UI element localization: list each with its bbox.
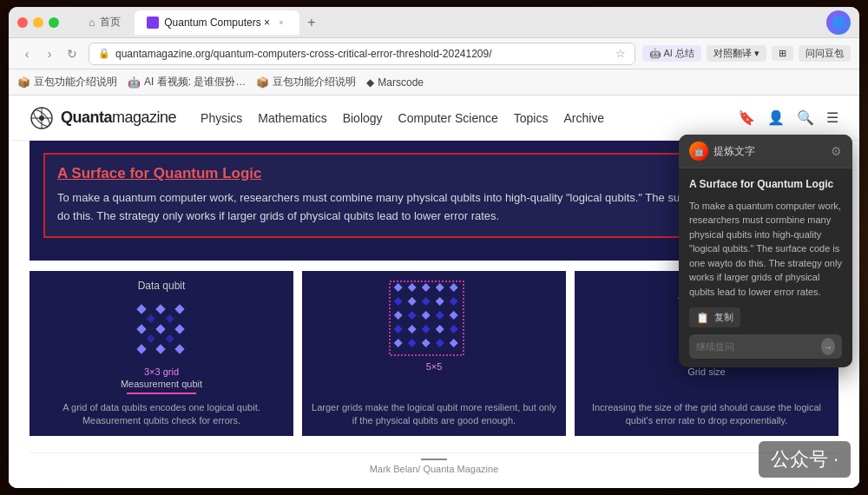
svg-rect-43 (450, 339, 458, 347)
close-button[interactable] (17, 17, 28, 28)
svg-rect-18 (166, 334, 174, 343)
svg-rect-40 (408, 339, 417, 347)
ai-panel-title: 提炼文字 (713, 144, 825, 159)
panel-3-caption: Increasing the size of the grid should c… (583, 394, 830, 428)
translate-button[interactable]: 对照翻译 ▾ (707, 45, 766, 62)
grid-3x3-label: 3×3 grid (144, 366, 179, 377)
tab-home[interactable]: ⌂ 首页 (76, 10, 133, 35)
logo-bold: Quanta (61, 109, 112, 126)
grid-button[interactable]: ⊞ (772, 46, 793, 61)
quanta-logo-icon (30, 106, 54, 130)
minimize-button[interactable] (33, 17, 43, 28)
svg-rect-15 (147, 314, 155, 323)
ai-input-area[interactable]: → (689, 334, 842, 359)
tab-quantum[interactable]: Quantum Computers × × (135, 10, 299, 35)
svg-rect-20 (408, 283, 417, 292)
ai-settings-icon[interactable]: ⚙ (831, 144, 842, 158)
search-icon-nav[interactable]: 🔍 (797, 109, 814, 126)
nav-computer-science[interactable]: Computer Science (398, 111, 498, 125)
bookmark-intro2[interactable]: 📦 豆包功能介绍说明 (256, 75, 356, 89)
ai-copy-button[interactable]: 📋 复制 (689, 307, 740, 327)
browser-avatar[interactable]: 🌐 (826, 10, 851, 35)
new-tab-button[interactable]: + (301, 12, 322, 33)
refresh-button[interactable]: ↻ (62, 44, 82, 63)
svg-rect-33 (450, 311, 458, 320)
diagram-panel-1: Data qubit (30, 271, 293, 437)
bookmark-icon-2: 🤖 (128, 76, 141, 89)
tab-active-label: Quantum Computers × (164, 16, 270, 29)
svg-rect-31 (422, 311, 431, 320)
title-bar: ⌂ 首页 Quantum Computers × × + 🌐 (9, 7, 859, 38)
bookmark-ai-video[interactable]: 🤖 AI 看视频: 是谁假扮… (128, 75, 246, 89)
back-button[interactable]: ‹ (17, 44, 36, 63)
bookmarks-bar: 📦 豆包功能介绍说明 🤖 AI 看视频: 是谁假扮… 📦 豆包功能介绍说明 ◆ … (9, 69, 859, 96)
chart-x-label: Grid size (687, 366, 725, 377)
tab-bar: ⌂ 首页 Quantum Computers × × + 🌐 (76, 10, 851, 35)
url-field[interactable]: 🔒 quantamagazine.org/quantum-computers-c… (89, 43, 635, 65)
svg-rect-16 (166, 314, 174, 323)
bookmark-label-2: AI 看视频: 是谁假扮… (144, 75, 246, 89)
nav-physics[interactable]: Physics (201, 111, 242, 125)
copy-label: 复制 (714, 311, 733, 324)
svg-rect-8 (174, 304, 184, 314)
svg-rect-39 (394, 339, 403, 347)
bookmark-star-icon[interactable]: ☆ (615, 47, 626, 60)
grid-5x5-label: 5×5 (426, 361, 443, 372)
measurement-qubit-label: Measurement qubit (121, 379, 202, 389)
svg-rect-23 (450, 283, 458, 292)
bookmark-label-4: Marscode (378, 76, 424, 89)
lock-icon: 🔒 (98, 48, 110, 59)
svg-rect-37 (436, 325, 444, 333)
tab-close-icon[interactable]: × (275, 16, 287, 29)
wechat-watermark: 公众号 · (759, 441, 851, 478)
svg-rect-12 (136, 344, 146, 353)
bookmark-marscode[interactable]: ◆ Marscode (366, 76, 424, 89)
svg-rect-35 (408, 325, 417, 333)
grid-5x5 (386, 280, 482, 366)
svg-rect-7 (155, 304, 165, 314)
ai-avatar: 🤖 (689, 142, 708, 161)
bookmark-icon-3: 📦 (256, 76, 269, 89)
ai-summary-text: To make a quantum computer work, researc… (689, 199, 842, 300)
logo-text: Quantamagazine (61, 109, 176, 127)
panel-1-caption: A grid of data qubits encodes one logica… (38, 394, 285, 428)
copy-icon: 📋 (696, 312, 709, 324)
ask-button[interactable]: 问问豆包 (799, 45, 851, 62)
nav-biology[interactable]: Biology (343, 111, 383, 125)
wechat-label: 公众号 · (771, 446, 838, 472)
svg-rect-36 (422, 325, 431, 333)
nav-topics[interactable]: Topics (514, 111, 549, 125)
bookmark-label-3: 豆包功能介绍说明 (273, 75, 356, 89)
quanta-favicon (147, 16, 159, 29)
footer-divider (421, 459, 447, 460)
svg-rect-24 (394, 297, 403, 306)
bookmark-icon-nav[interactable]: 🔖 (738, 109, 755, 126)
ai-summary-button[interactable]: 🤖 AI 总结 (642, 45, 701, 62)
grid-3x3 (122, 297, 201, 366)
nav-archive[interactable]: Archive (563, 111, 604, 125)
maximize-button[interactable] (49, 17, 59, 28)
svg-rect-38 (450, 325, 458, 333)
ai-panel: 🤖 提炼文字 ⚙ A Surface for Quantum Logic To … (679, 135, 852, 367)
quanta-logo[interactable]: Quantamagazine (30, 106, 176, 130)
ai-panel-body: A Surface for Quantum Logic To make a qu… (679, 168, 852, 367)
svg-rect-28 (450, 297, 458, 306)
svg-rect-34 (394, 325, 403, 333)
menu-icon-nav[interactable]: ☰ (826, 109, 838, 126)
svg-rect-13 (155, 344, 165, 353)
bookmark-intro[interactable]: 📦 豆包功能介绍说明 (17, 75, 117, 89)
svg-rect-29 (394, 311, 403, 320)
forward-button[interactable]: › (40, 44, 59, 63)
ai-send-button[interactable]: → (821, 338, 835, 355)
ai-input-field[interactable] (696, 341, 816, 352)
user-icon-nav[interactable]: 👤 (767, 109, 785, 126)
svg-rect-19 (394, 283, 403, 292)
svg-rect-10 (155, 324, 165, 333)
svg-rect-9 (136, 324, 146, 333)
bookmark-icon-1: 📦 (17, 76, 30, 89)
svg-rect-14 (174, 344, 184, 353)
toolbar-actions: 🤖 AI 总结 对照翻译 ▾ ⊞ 问问豆包 (642, 45, 851, 62)
site-nav: Physics Mathematics Biology Computer Sci… (201, 111, 720, 125)
logo-light: magazine (112, 109, 176, 126)
nav-mathematics[interactable]: Mathematics (258, 111, 326, 125)
